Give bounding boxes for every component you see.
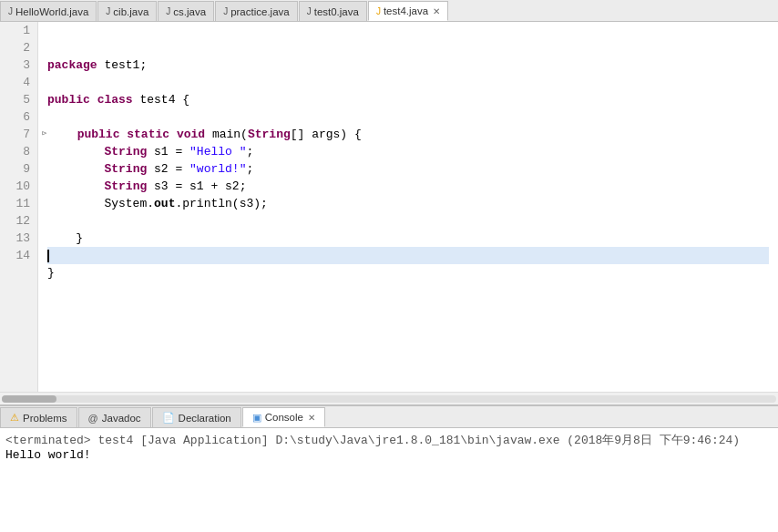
tab-label-practice: practice.java bbox=[230, 6, 290, 17]
tab-icon-helloworld: J bbox=[8, 6, 13, 16]
bottom-tab-icon-console: ▣ bbox=[252, 412, 261, 424]
line-number-11: 11 bbox=[7, 195, 30, 212]
code-line-13: } bbox=[47, 264, 769, 281]
horizontal-scrollbar[interactable] bbox=[0, 392, 778, 404]
line-number-5: 5 bbox=[7, 91, 30, 108]
bottom-tab-label-problems: Problems bbox=[23, 413, 67, 424]
code-content-3: public class test4 { bbox=[47, 91, 189, 108]
scroll-track[interactable] bbox=[2, 395, 776, 403]
line-number-7: 7 bbox=[7, 126, 30, 143]
bottom-panel: ⚠Problems@Javadoc📄Declaration▣Console✕ <… bbox=[0, 404, 778, 532]
line-number-4: 4 bbox=[7, 74, 30, 91]
code-line-7: String s2 = "world!"; bbox=[47, 160, 769, 178]
tab-icon-practice: J bbox=[223, 6, 228, 16]
bottom-tab-icon-javadoc: @ bbox=[88, 413, 98, 424]
text-cursor bbox=[47, 250, 49, 262]
line-number-6: 6 bbox=[7, 108, 30, 126]
code-line-4 bbox=[47, 108, 769, 126]
tab-icon-test4: J bbox=[376, 6, 381, 16]
tab-label-cs: cs.java bbox=[173, 6, 206, 17]
tab-helloworld[interactable]: JHelloWorld.java bbox=[0, 1, 97, 21]
code-content-8: String s3 = s1 + s2; bbox=[47, 178, 246, 195]
console-content: <terminated> test4 [Java Application] D:… bbox=[0, 428, 778, 532]
line-number-14: 14 bbox=[7, 247, 30, 264]
editor-content: 1234567891011121314 package test1;public… bbox=[0, 22, 778, 392]
tab-icon-test0: J bbox=[307, 6, 312, 16]
code-content-13: } bbox=[47, 264, 55, 281]
tab-test4[interactable]: Jtest4.java✕ bbox=[368, 1, 448, 21]
code-line-8: String s3 = s1 + s2; bbox=[47, 178, 769, 195]
line-number-13: 13 bbox=[7, 230, 30, 247]
tab-label-helloworld: HelloWorld.java bbox=[15, 6, 88, 17]
code-line-10 bbox=[47, 212, 769, 230]
bottom-tab-problems[interactable]: ⚠Problems bbox=[0, 407, 77, 427]
bottom-tab-close-console[interactable]: ✕ bbox=[308, 413, 315, 423]
code-line-2 bbox=[47, 74, 769, 91]
code-content-5: public static void main(String[] args) { bbox=[48, 126, 361, 143]
code-content-9: System.out.println(s3); bbox=[47, 195, 268, 212]
scroll-thumb[interactable] bbox=[2, 395, 56, 403]
bottom-tab-icon-problems: ⚠ bbox=[10, 412, 19, 424]
line-number-8: 8 bbox=[7, 143, 30, 160]
bottom-tab-declaration[interactable]: 📄Declaration bbox=[152, 407, 241, 427]
line-number-1: 1 bbox=[7, 22, 30, 39]
code-line-6: String s1 = "Hello "; bbox=[47, 143, 769, 160]
code-line-14 bbox=[47, 281, 769, 299]
line-numbers: 1234567891011121314 bbox=[0, 22, 38, 392]
code-line-1: package test1; bbox=[47, 56, 769, 74]
code-content-7: String s2 = "world!"; bbox=[47, 160, 253, 178]
tab-label-test4: test4.java bbox=[384, 5, 428, 16]
code-area[interactable]: package test1;public class test4 {⊳ publ… bbox=[38, 22, 778, 392]
code-line-11: } bbox=[47, 230, 769, 247]
line-number-10: 10 bbox=[7, 178, 30, 195]
code-line-5: ⊳ public static void main(String[] args)… bbox=[47, 126, 769, 143]
console-terminated-line: <terminated> test4 [Java Application] D:… bbox=[5, 432, 773, 448]
line-number-12: 12 bbox=[7, 212, 30, 230]
bottom-tab-console[interactable]: ▣Console✕ bbox=[242, 407, 325, 427]
tab-cib[interactable]: Jcib.java bbox=[97, 1, 157, 21]
line-number-9: 9 bbox=[7, 160, 30, 178]
code-line-9: System.out.println(s3); bbox=[47, 195, 769, 212]
bottom-tab-bar: ⚠Problems@Javadoc📄Declaration▣Console✕ bbox=[0, 406, 778, 428]
bottom-tab-icon-declaration: 📄 bbox=[162, 412, 175, 424]
console-output-line: Hello world! bbox=[5, 448, 773, 462]
code-content-6: String s1 = "Hello "; bbox=[47, 143, 253, 160]
tab-practice[interactable]: Jpractice.java bbox=[215, 1, 298, 21]
tab-label-test0: test0.java bbox=[314, 6, 359, 17]
tab-test0[interactable]: Jtest0.java bbox=[299, 1, 367, 21]
tab-icon-cib: J bbox=[106, 6, 110, 16]
tab-cs[interactable]: Jcs.java bbox=[158, 1, 214, 21]
line-number-3: 3 bbox=[7, 56, 30, 74]
bottom-tab-label-console: Console bbox=[265, 412, 303, 423]
code-content-1: package test1; bbox=[47, 56, 147, 74]
line-number-2: 2 bbox=[7, 39, 30, 56]
editor-tab-bar: JHelloWorld.javaJcib.javaJcs.javaJpracti… bbox=[0, 0, 778, 22]
tab-close-test4[interactable]: ✕ bbox=[433, 6, 440, 16]
code-content-11: } bbox=[47, 230, 83, 247]
bottom-tab-label-declaration: Declaration bbox=[179, 413, 231, 424]
line-arrow-5: ⊳ bbox=[42, 126, 46, 143]
code-line-3: public class test4 { bbox=[47, 91, 769, 108]
bottom-tab-label-javadoc: Javadoc bbox=[102, 413, 141, 424]
code-line-12 bbox=[47, 247, 769, 264]
bottom-tab-javadoc[interactable]: @Javadoc bbox=[78, 407, 151, 427]
tab-icon-cs: J bbox=[166, 6, 170, 16]
tab-label-cib: cib.java bbox=[113, 6, 148, 17]
editor-area: 1234567891011121314 package test1;public… bbox=[0, 22, 778, 404]
